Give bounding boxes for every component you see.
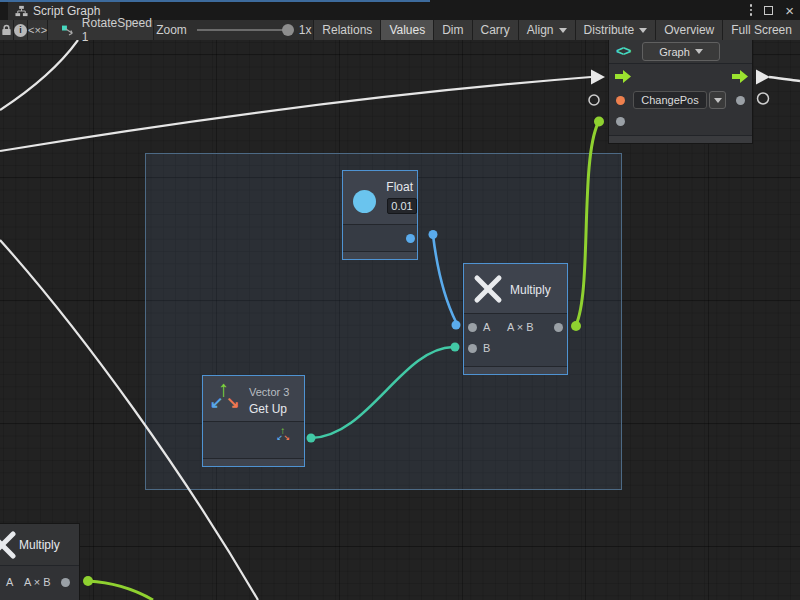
zoom-control: Zoom 1x xyxy=(154,20,314,40)
axis-down-left-arrow-icon: ↙ xyxy=(210,393,223,412)
maximize-icon[interactable] xyxy=(764,6,773,15)
overview-label: Overview xyxy=(664,23,714,37)
vector-type-label: Vector 3 xyxy=(249,386,289,398)
changepos-field[interactable]: ChangePos xyxy=(633,91,707,109)
align-button[interactable]: Align xyxy=(519,20,576,40)
carry-label: Carry xyxy=(481,23,510,37)
values-label: Values xyxy=(389,23,425,37)
node-footer xyxy=(343,251,417,259)
graph-toolbar: i <×> RotateSpeed 1 Zoom 1x Relations Va… xyxy=(0,20,800,40)
node-footer xyxy=(464,366,567,374)
overview-button[interactable]: Overview xyxy=(656,20,723,40)
relations-label: Relations xyxy=(322,23,372,37)
port-out[interactable] xyxy=(554,323,563,332)
port-b-label: B xyxy=(483,342,490,354)
axis-down-right-arrow-icon: ↘ xyxy=(284,433,290,442)
script-machine-icon xyxy=(62,24,75,37)
vector3-getup-node[interactable]: ↑ ↙ ↘ Vector 3 Get Up ↑ ↙ ↘ xyxy=(202,375,305,467)
info-icon: i xyxy=(14,24,27,37)
zoom-label: Zoom xyxy=(156,23,187,37)
changepos-dropdown-button[interactable] xyxy=(709,91,726,109)
wire-white-to-graph-input xyxy=(0,77,591,151)
code-brackets-icon: <> xyxy=(616,43,630,59)
float-value-input[interactable]: 0.01 xyxy=(387,198,417,214)
align-label: Align xyxy=(527,23,554,37)
full-screen-label: Full Screen xyxy=(731,23,792,37)
wire-white-topleft xyxy=(0,40,78,110)
distribute-label: Distribute xyxy=(584,23,635,37)
node-footer xyxy=(203,458,304,466)
zoom-slider[interactable] xyxy=(197,29,289,31)
port-value-out[interactable] xyxy=(736,96,745,105)
port-out-label: A × B xyxy=(24,576,51,588)
flow-output-arrow-icon[interactable] xyxy=(732,70,748,83)
node-header[interactable]: Multiply xyxy=(0,524,79,566)
lock-button[interactable] xyxy=(0,20,14,40)
port-b[interactable] xyxy=(468,344,477,353)
node-header[interactable]: Float 0.01 xyxy=(343,171,417,225)
close-icon[interactable]: × xyxy=(781,3,798,18)
graph-value-output-circle[interactable] xyxy=(758,93,769,104)
multiply-x-icon xyxy=(0,530,17,560)
distribute-button[interactable]: Distribute xyxy=(576,20,657,40)
chevron-down-icon xyxy=(559,28,567,33)
node-header[interactable]: Multiply xyxy=(464,264,567,314)
lock-icon xyxy=(0,23,13,37)
port-float-out[interactable] xyxy=(406,234,415,243)
graph-flow-input-arrowhead[interactable] xyxy=(591,70,605,85)
dim-button[interactable]: Dim xyxy=(434,20,472,40)
port-out-label: A × B xyxy=(507,321,534,333)
graph-dropdown[interactable]: Graph xyxy=(642,42,720,61)
code-icon: <×> xyxy=(28,24,47,36)
port-target[interactable] xyxy=(616,96,625,105)
code-view-button[interactable]: <×> xyxy=(28,20,48,40)
port-value-in[interactable] xyxy=(616,117,625,126)
dim-label: Dim xyxy=(442,23,463,37)
axis-down-left-arrow-icon: ↙ xyxy=(277,433,283,442)
focused-window-accent-line xyxy=(0,0,430,2)
multiply-title: Multiply xyxy=(510,283,551,297)
chevron-down-icon xyxy=(639,28,647,33)
vector3-axis-mini-icon: ↑ ↙ ↘ xyxy=(277,427,291,443)
float-node[interactable]: Float 0.01 xyxy=(342,170,418,260)
flow-input-arrow-icon[interactable] xyxy=(615,70,631,83)
macro-label: RotateSpeed 1 xyxy=(82,16,154,44)
full-screen-button[interactable]: Full Screen xyxy=(723,20,800,40)
multiply-node[interactable]: Multiply A A × B B xyxy=(463,263,568,375)
multiply2-node[interactable]: Multiply A A × B xyxy=(0,523,80,600)
vector3-axis-icon: ↑ ↙ ↘ xyxy=(211,380,243,416)
port-vector-out[interactable]: ↑ ↙ ↘ xyxy=(277,427,293,444)
window-controls: × xyxy=(746,0,798,20)
multiply2-title: Multiply xyxy=(19,538,60,552)
changepos-label: ChangePos xyxy=(641,94,699,106)
float-value: 0.01 xyxy=(391,200,412,212)
carry-button[interactable]: Carry xyxy=(473,20,519,40)
chevron-down-icon xyxy=(714,98,722,103)
zoom-value: 1x xyxy=(299,23,312,37)
graph-dropdown-label: Graph xyxy=(659,46,690,58)
wire-white-from-graph-output xyxy=(769,77,800,81)
window-menu-icon[interactable] xyxy=(746,4,757,16)
port-a-label: A xyxy=(6,576,13,588)
zoom-slider-handle[interactable] xyxy=(282,24,294,36)
axis-down-right-arrow-icon: ↘ xyxy=(226,393,239,412)
graph-flow-output-arrowhead[interactable] xyxy=(756,70,770,85)
float-title: Float xyxy=(386,180,413,194)
info-button[interactable]: i xyxy=(14,20,28,40)
values-button[interactable]: Values xyxy=(381,20,434,40)
multiply-x-icon xyxy=(473,274,503,304)
graph-canvas[interactable]: <> Graph ChangePos Float 0.01 xyxy=(0,40,800,600)
float-circle-icon xyxy=(353,190,376,213)
chevron-down-icon xyxy=(695,49,703,54)
port-a[interactable] xyxy=(468,323,477,332)
macro-reference-button[interactable]: RotateSpeed 1 xyxy=(48,20,154,40)
node-header[interactable]: ↑ ↙ ↘ Vector 3 Get Up xyxy=(203,376,304,422)
node-footer xyxy=(609,135,752,143)
graph-event-node[interactable]: <> Graph ChangePos xyxy=(608,40,753,144)
node-header[interactable]: <> Graph xyxy=(609,40,752,64)
port-out[interactable] xyxy=(61,578,70,587)
relations-button[interactable]: Relations xyxy=(314,20,381,40)
graph-value-input-circle[interactable] xyxy=(589,95,599,105)
port-a-label: A xyxy=(483,321,490,333)
wire-cap xyxy=(594,117,604,127)
